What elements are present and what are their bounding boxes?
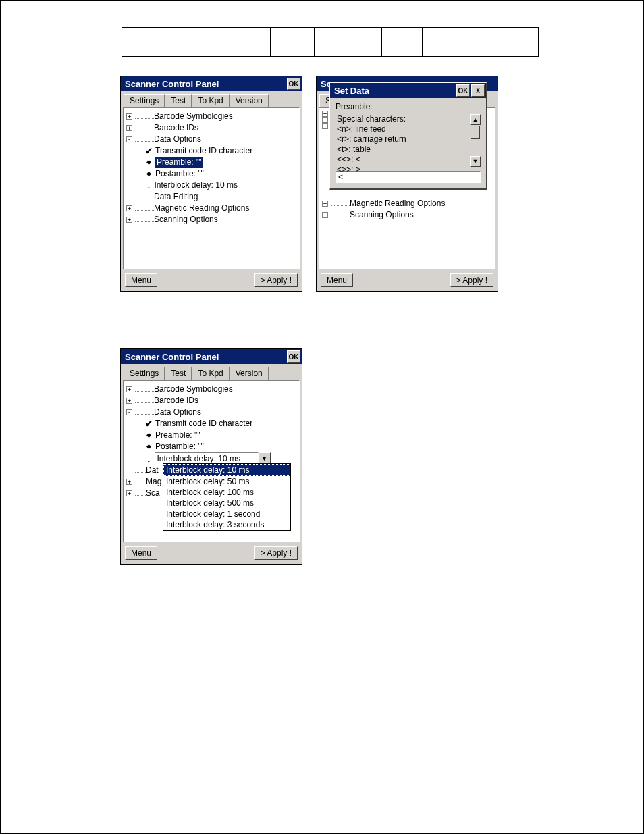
tree-node-magnetic-reading[interactable]: Magnetic Reading Options <box>154 203 249 214</box>
tree-node-magnetic-reading[interactable]: Magnetic Reading Options <box>350 198 445 209</box>
tree-node-barcode-symbologies[interactable]: Barcode Symbologies <box>154 384 233 395</box>
window-title: Scanner Control Panel <box>125 79 219 89</box>
menu-button[interactable]: Menu <box>125 273 157 287</box>
ok-button[interactable]: OK <box>456 84 470 97</box>
collapse-icon[interactable]: - <box>126 136 132 142</box>
tab-version[interactable]: Version <box>230 94 269 107</box>
header-cell <box>122 28 271 56</box>
tree-node-postamble[interactable]: Postamble: "" <box>155 441 204 452</box>
expand-icon[interactable]: + <box>126 490 132 496</box>
tree-node-data-options[interactable]: Data Options <box>154 407 201 418</box>
tree-node-preamble[interactable]: Preamble: "" <box>155 157 203 168</box>
tab-bar: Settings Test To Kpd Version <box>121 364 302 380</box>
tab-to-kpd[interactable]: To Kpd <box>192 94 229 107</box>
bottom-bar: Menu > Apply ! <box>317 269 498 291</box>
collapse-icon[interactable]: - <box>126 409 132 415</box>
apply-button[interactable]: > Apply ! <box>254 546 298 560</box>
tree-node-truncated[interactable]: Dat <box>146 465 159 476</box>
scrollbar[interactable]: ▲ ▼ <box>470 114 481 167</box>
tree-node-data-editing[interactable]: Data Editing <box>154 191 198 203</box>
tree-node-truncated[interactable]: Sca <box>146 488 160 499</box>
scanner-panel-a: Scanner Control Panel OK Settings Test T… <box>120 76 302 292</box>
titlebar: Scanner Control Panel OK <box>121 76 302 91</box>
header-cell <box>315 28 382 56</box>
dialog-title: Set Data <box>334 86 369 96</box>
help-line: <t>: table <box>337 145 479 155</box>
help-line: Special characters: <box>337 114 479 124</box>
help-line: <n>: line feed <box>337 124 479 134</box>
tab-settings[interactable]: Settings <box>124 94 165 107</box>
dropdown-option[interactable]: Interblock delay: 3 seconds <box>163 519 290 530</box>
expand-icon[interactable]: + <box>126 398 132 404</box>
tab-to-kpd[interactable]: To Kpd <box>192 367 229 380</box>
tab-test[interactable]: Test <box>165 367 192 380</box>
help-line: <>>: > <box>337 165 479 175</box>
down-arrow-icon: ↓ <box>146 180 151 191</box>
expand-icon[interactable]: + <box>126 113 132 120</box>
tree-node-truncated[interactable]: Mag <box>146 476 161 488</box>
down-arrow-icon: ↓ <box>146 453 151 465</box>
checkmark-icon: ✔ <box>145 147 153 155</box>
header-table <box>122 27 539 57</box>
tree-node-interblock-delay[interactable]: Interblock delay: 10 ms <box>155 180 238 191</box>
dropdown-option[interactable]: Interblock delay: 1 second <box>163 509 290 519</box>
expand-icon[interactable]: + <box>322 201 328 207</box>
bullet-icon <box>146 160 151 165</box>
apply-button[interactable]: > Apply ! <box>254 273 298 287</box>
bullet-icon <box>146 444 151 449</box>
expand-icon[interactable]: + <box>126 386 132 392</box>
interblock-delay-dropdown[interactable]: Interblock delay: 10 ms Interblock delay… <box>163 463 291 531</box>
dialog-titlebar: Set Data OK X <box>330 83 486 98</box>
expand-icon[interactable]: + <box>126 217 132 223</box>
expand-icon[interactable]: + <box>126 205 132 211</box>
menu-button[interactable]: Menu <box>321 273 353 287</box>
dialog-body: Preamble: Special characters: <n>: line … <box>330 98 486 188</box>
titlebar: Scanner Control Panel OK <box>121 349 302 364</box>
tree-node-data-options[interactable]: Data Options <box>154 134 201 145</box>
tree-node-preamble[interactable]: Preamble: "" <box>155 429 200 441</box>
help-text-box: Special characters: <n>: line feed <r>: … <box>336 114 481 167</box>
scanner-panel-b-wrap: Sc Se + + - +Magnetic Reading Options +S… <box>316 76 498 292</box>
document-page: Scanner Control Panel OK Settings Test T… <box>0 0 644 834</box>
tree-node-scanning-options[interactable]: Scanning Options <box>350 209 414 221</box>
scanner-panel-c: Scanner Control Panel OK Settings Test T… <box>120 348 302 565</box>
expand-icon[interactable]: + <box>322 212 328 218</box>
tab-version[interactable]: Version <box>230 367 269 380</box>
ok-button[interactable]: OK <box>287 350 300 363</box>
scroll-thumb[interactable] <box>471 126 480 139</box>
scroll-down-icon[interactable]: ▼ <box>470 156 481 167</box>
header-cell <box>382 28 423 56</box>
bullet-icon <box>146 433 151 438</box>
tree-view[interactable]: +Barcode Symbologies +Barcode IDs -Data … <box>123 380 300 542</box>
tree-node-postamble[interactable]: Postamble: "" <box>155 168 204 180</box>
scroll-up-icon[interactable]: ▲ <box>470 114 481 125</box>
expand-icon[interactable]: + <box>126 125 132 131</box>
collapse-icon[interactable]: - <box>322 123 328 129</box>
window-title: Scanner Control Panel <box>125 352 219 362</box>
tab-test[interactable]: Test <box>165 94 192 107</box>
help-line: <<>: < <box>337 155 479 165</box>
dropdown-option[interactable]: Interblock delay: 50 ms <box>163 476 290 487</box>
apply-button[interactable]: > Apply ! <box>450 273 493 287</box>
tree-node-barcode-symbologies[interactable]: Barcode Symbologies <box>154 111 233 122</box>
tree-node-barcode-ids[interactable]: Barcode IDs <box>154 122 198 134</box>
checkmark-icon: ✔ <box>145 420 153 428</box>
tab-bar: Settings Test To Kpd Version <box>121 91 302 107</box>
expand-icon[interactable]: + <box>126 479 132 485</box>
tree-view[interactable]: +Barcode Symbologies +Barcode IDs -Data … <box>123 107 300 269</box>
dropdown-option[interactable]: Interblock delay: 10 ms <box>163 464 290 476</box>
close-button[interactable]: X <box>471 84 485 97</box>
tree-node-transmit-code-id[interactable]: Transmit code ID character <box>155 418 252 429</box>
tree-node-transmit-code-id[interactable]: Transmit code ID character <box>155 145 252 157</box>
tree-node-barcode-ids[interactable]: Barcode IDs <box>154 395 198 407</box>
header-cell <box>271 28 315 56</box>
tab-settings[interactable]: Settings <box>124 367 165 380</box>
dropdown-option[interactable]: Interblock delay: 100 ms <box>163 487 290 498</box>
bottom-bar: Menu > Apply ! <box>121 542 302 564</box>
ok-button[interactable]: OK <box>287 78 300 90</box>
tree-node-scanning-options[interactable]: Scanning Options <box>154 214 218 226</box>
menu-button[interactable]: Menu <box>125 546 157 560</box>
dropdown-option[interactable]: Interblock delay: 500 ms <box>163 498 290 509</box>
preamble-label: Preamble: <box>336 102 481 111</box>
set-data-dialog: Set Data OK X Preamble: Special characte… <box>329 82 487 190</box>
